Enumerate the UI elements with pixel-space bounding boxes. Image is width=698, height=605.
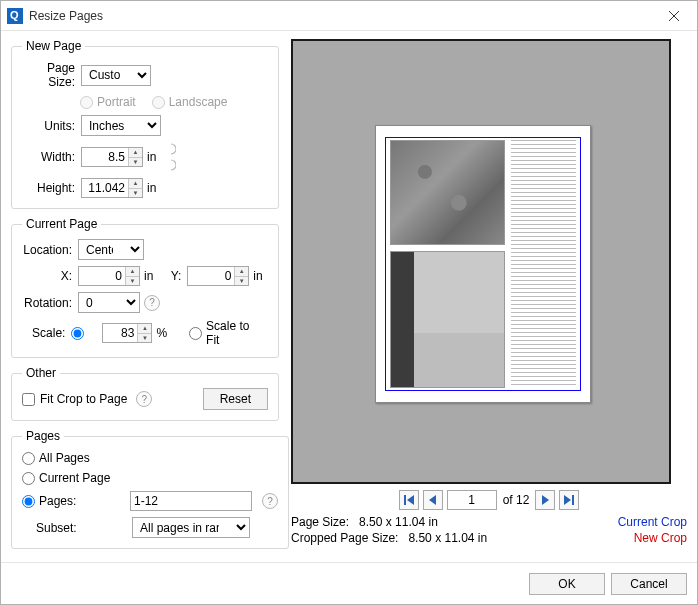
pages-range-input[interactable] — [130, 491, 252, 511]
height-unit: in — [147, 181, 156, 195]
width-input[interactable] — [82, 148, 128, 166]
page-number-input[interactable] — [447, 490, 497, 510]
pages-range-radio[interactable] — [22, 495, 35, 508]
scale-to-fit-radio[interactable] — [189, 327, 202, 340]
orientation-landscape-radio — [152, 96, 165, 109]
prev-page-button[interactable] — [423, 490, 443, 510]
ok-button[interactable]: OK — [529, 573, 605, 595]
y-input[interactable] — [188, 267, 234, 285]
pagesize-label: Page Size: — [22, 61, 77, 89]
next-page-button[interactable] — [535, 490, 555, 510]
preview-box — [291, 39, 671, 484]
pagesize-select[interactable]: Custom — [81, 65, 151, 86]
close-button[interactable] — [651, 1, 697, 31]
pages-all-option[interactable]: All Pages — [22, 451, 90, 465]
width-label: Width: — [22, 150, 77, 164]
reset-button[interactable]: Reset — [203, 388, 268, 410]
current-crop-label: Current Crop — [618, 514, 687, 530]
subset-label: Subset: — [22, 521, 128, 535]
content-area: New Page Page Size: Custom Portrait Land… — [1, 31, 697, 562]
y-label: Y: — [157, 269, 183, 283]
scale-spinner[interactable]: ▲▼ — [102, 323, 152, 343]
scale-label: Scale: — [22, 326, 67, 340]
orientation-portrait: Portrait — [80, 95, 136, 109]
help-icon[interactable]: ? — [144, 295, 160, 311]
group-pages: Pages All Pages Current Page — [11, 429, 289, 549]
x-unit: in — [144, 269, 153, 283]
svg-marker-5 — [542, 495, 549, 505]
cancel-button[interactable]: Cancel — [611, 573, 687, 595]
chain-link-icon[interactable] — [164, 142, 178, 172]
pages-current-radio[interactable] — [22, 472, 35, 485]
group-other: Other Fit Crop to Page ? Reset — [11, 366, 279, 421]
spinner-arrows[interactable]: ▲▼ — [128, 179, 142, 197]
settings-panel: New Page Page Size: Custom Portrait Land… — [11, 39, 279, 562]
page-total-label: of 12 — [503, 493, 530, 507]
scale-custom-radio[interactable] — [71, 327, 84, 340]
last-page-button[interactable] — [559, 490, 579, 510]
spinner-arrows[interactable]: ▲▼ — [128, 148, 142, 166]
dialog-footer: OK Cancel — [1, 562, 697, 604]
group-other-legend: Other — [22, 366, 60, 380]
y-unit: in — [253, 269, 262, 283]
scale-custom-option[interactable] — [71, 327, 84, 340]
new-crop-label: New Crop — [634, 530, 687, 546]
orientation-landscape: Landscape — [152, 95, 228, 109]
info-lines: Page Size: 8.50 x 11.04 in Current Crop … — [291, 514, 687, 546]
height-label: Height: — [22, 181, 77, 195]
x-label: X: — [22, 269, 74, 283]
width-unit: in — [147, 150, 156, 164]
x-spinner[interactable]: ▲▼ — [78, 266, 140, 286]
cropped-size-label: Cropped Page Size: — [291, 531, 398, 545]
scale-input[interactable] — [103, 324, 137, 342]
pager: of 12 — [291, 490, 687, 510]
svg-rect-2 — [404, 495, 406, 505]
rotation-label: Rotation: — [22, 296, 74, 310]
help-icon[interactable]: ? — [262, 493, 278, 509]
titlebar: Resize Pages — [1, 1, 697, 31]
cropped-size-value: 8.50 x 11.04 in — [408, 531, 487, 545]
svg-marker-3 — [407, 495, 414, 505]
rotation-select[interactable]: 0 — [78, 292, 140, 313]
units-label: Units: — [22, 119, 77, 133]
pages-current-option[interactable]: Current Page — [22, 471, 110, 485]
height-spinner[interactable]: ▲▼ — [81, 178, 143, 198]
subset-select[interactable]: All pages in range — [132, 517, 250, 538]
preview-panel: of 12 Page Size: 8.50 x 11.04 in Current… — [291, 39, 687, 562]
group-current-page-legend: Current Page — [22, 217, 101, 231]
svg-marker-6 — [564, 495, 571, 505]
pages-range-option[interactable]: Pages: — [22, 494, 114, 508]
location-label: Location: — [22, 243, 74, 257]
fit-crop-option[interactable]: Fit Crop to Page ? — [22, 391, 152, 407]
svg-rect-7 — [572, 495, 574, 505]
group-new-page-legend: New Page — [22, 39, 85, 53]
page-size-label: Page Size: — [291, 515, 349, 529]
orientation-portrait-radio — [80, 96, 93, 109]
first-page-button[interactable] — [399, 490, 419, 510]
group-pages-legend: Pages — [22, 429, 64, 443]
y-spinner[interactable]: ▲▼ — [187, 266, 249, 286]
page-size-value: 8.50 x 11.04 in — [359, 515, 438, 529]
resize-pages-dialog: Resize Pages New Page Page Size: Custom — [0, 0, 698, 605]
group-current-page: Current Page Location: Center X: ▲▼ in Y… — [11, 217, 279, 358]
crop-outline — [385, 137, 581, 391]
scale-unit: % — [156, 326, 167, 340]
x-input[interactable] — [79, 267, 125, 285]
app-icon — [7, 8, 23, 24]
svg-marker-4 — [429, 495, 436, 505]
location-select[interactable]: Center — [78, 239, 144, 260]
scale-to-fit-option[interactable]: Scale to Fit — [189, 319, 256, 347]
group-new-page: New Page Page Size: Custom Portrait Land… — [11, 39, 279, 209]
pages-all-radio[interactable] — [22, 452, 35, 465]
units-select[interactable]: Inches — [81, 115, 161, 136]
width-spinner[interactable]: ▲▼ — [81, 147, 143, 167]
help-icon[interactable]: ? — [136, 391, 152, 407]
height-input[interactable] — [82, 179, 128, 197]
close-icon — [669, 11, 679, 21]
fit-crop-checkbox[interactable] — [22, 393, 35, 406]
window-title: Resize Pages — [29, 9, 651, 23]
